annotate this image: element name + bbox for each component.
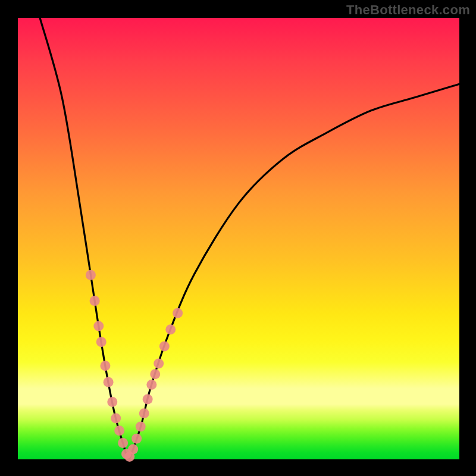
bottleneck-curve bbox=[40, 18, 459, 459]
curve-data-dots bbox=[86, 270, 183, 462]
data-dot bbox=[150, 369, 160, 379]
data-dot bbox=[143, 394, 153, 405]
data-dot bbox=[128, 444, 138, 454]
data-dot bbox=[93, 321, 104, 331]
data-dot bbox=[154, 358, 164, 368]
data-dot bbox=[131, 434, 142, 444]
data-dot bbox=[86, 270, 96, 280]
data-dot bbox=[96, 337, 107, 347]
data-dot bbox=[90, 296, 100, 306]
chart-overlay bbox=[18, 18, 459, 459]
bottleneck-curve-path bbox=[40, 18, 459, 459]
data-dot bbox=[104, 377, 114, 387]
data-dot bbox=[139, 408, 149, 418]
data-dot bbox=[165, 324, 176, 334]
data-dot bbox=[114, 425, 124, 436]
data-dot bbox=[100, 361, 110, 371]
data-dot bbox=[173, 308, 183, 318]
data-dot bbox=[159, 342, 170, 352]
data-dot bbox=[136, 422, 146, 432]
data-dot bbox=[107, 397, 117, 407]
data-dot bbox=[118, 438, 128, 448]
chart-stage: TheBottleneck.com bbox=[0, 0, 476, 476]
data-dot bbox=[146, 380, 156, 390]
data-dot bbox=[111, 413, 121, 423]
watermark-text: TheBottleneck.com bbox=[346, 2, 470, 18]
